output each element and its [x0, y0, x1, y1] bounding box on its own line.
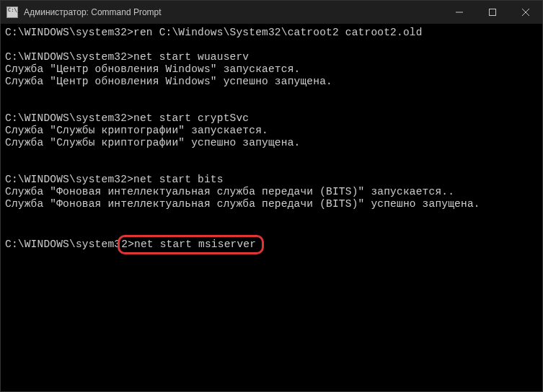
cmd-text: net start bits — [133, 174, 224, 185]
minimize-button[interactable] — [443, 1, 476, 24]
maximize-button[interactable] — [476, 1, 509, 24]
close-icon — [522, 9, 529, 16]
maximize-icon — [489, 9, 496, 16]
output-text: Служба "Службы криптографии" запускается… — [5, 125, 268, 136]
close-button[interactable] — [509, 1, 542, 24]
svg-rect-1 — [490, 9, 496, 16]
cmd-text: net start cryptSvc — [133, 112, 249, 124]
prompt: C:\WINDOWS\system32> — [5, 112, 133, 124]
output-text: Служба "Службы криптографии" успешно зап… — [5, 137, 300, 148]
cmd-text: ren C:\Windows\System32\catroot2 catroot… — [133, 27, 423, 38]
prompt-suffix: 2> — [121, 239, 134, 250]
prompt: C:\WINDOWS\system32> — [5, 27, 133, 38]
cmd-text: net start wuauserv — [133, 51, 249, 63]
output-text: Служба "Центр обновления Windows" запуск… — [5, 63, 300, 75]
minimize-icon — [456, 9, 463, 16]
command-prompt-window: Администратор: Command Prompt C:\WINDOWS… — [0, 0, 543, 392]
cmd-icon — [6, 6, 18, 18]
titlebar[interactable]: Администратор: Command Prompt — [1, 1, 542, 24]
prompt: C:\WINDOWS\system32> — [5, 51, 133, 63]
window-controls — [443, 1, 542, 24]
window-title: Администратор: Command Prompt — [24, 7, 443, 17]
cmd-text: net start msiserver — [134, 239, 256, 250]
output-text: Служба "Фоновая интеллектуальная служба … — [5, 198, 480, 210]
output-text: Служба "Центр обновления Windows" успешн… — [5, 76, 332, 87]
prompt-prefix: C:\WINDOWS\system3 — [5, 239, 120, 250]
terminal-output[interactable]: C:\WINDOWS\system32>ren C:\Windows\Syste… — [1, 24, 542, 391]
prompt: C:\WINDOWS\system32> — [5, 174, 133, 185]
highlighted-command: 2>net start msiserver — [118, 235, 264, 254]
output-text: Служба "Фоновая интеллектуальная служба … — [5, 186, 454, 197]
